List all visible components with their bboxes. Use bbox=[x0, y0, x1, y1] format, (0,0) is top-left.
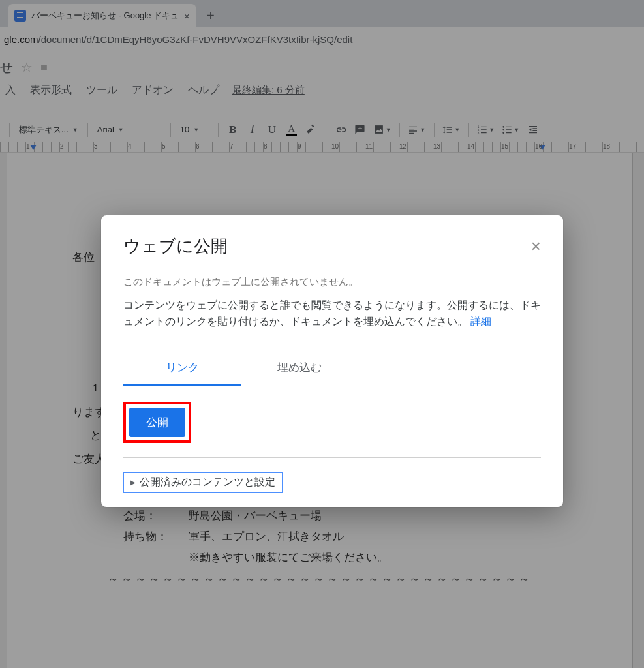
close-icon[interactable]: × bbox=[531, 236, 541, 256]
learn-more-link[interactable]: 詳細 bbox=[470, 316, 491, 327]
dialog-description: コンテンツをウェブに公開すると誰でも閲覧できるようになります。公開するには、ドキ… bbox=[123, 297, 541, 330]
publish-to-web-dialog: ウェブに公開 × このドキュメントはウェブ上に公開されていません。 コンテンツを… bbox=[101, 215, 563, 507]
tab-embed[interactable]: 埋め込む bbox=[241, 352, 358, 386]
published-content-settings-toggle[interactable]: ▶ 公開済みのコンテンツと設定 bbox=[123, 472, 283, 493]
highlight-box: 公開 bbox=[123, 402, 191, 443]
publish-button[interactable]: 公開 bbox=[129, 408, 185, 437]
dialog-tabs: リンク 埋め込む bbox=[123, 352, 541, 386]
dialog-title: ウェブに公開 bbox=[123, 235, 228, 258]
tab-link[interactable]: リンク bbox=[123, 352, 241, 386]
triangle-right-icon: ▶ bbox=[130, 479, 136, 486]
dialog-status-text: このドキュメントはウェブ上に公開されていません。 bbox=[123, 276, 541, 288]
